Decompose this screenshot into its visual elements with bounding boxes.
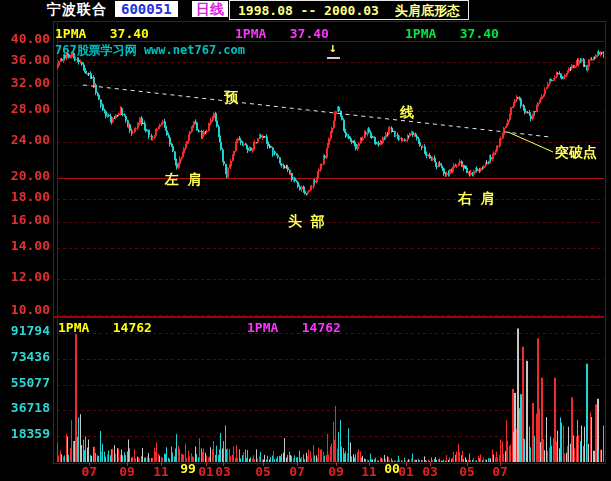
x-axis-tick-0 xyxy=(89,462,90,466)
chart-annotation-2: 左 肩 xyxy=(165,171,201,189)
price-ma-label-1: 1PMA 37.40 xyxy=(235,26,329,41)
price-axis-label-24.00: 24.00 xyxy=(0,132,50,147)
x-axis-tick-1 xyxy=(127,462,128,466)
x-axis-tick-7 xyxy=(297,462,298,466)
x-axis-label-0-07: 07 xyxy=(75,464,103,479)
price-axis-label-20.00: 20.00 xyxy=(0,168,50,183)
x-axis-tick-9 xyxy=(369,462,370,466)
x-axis-tick-14 xyxy=(500,462,501,466)
x-axis-label-6-05: 05 xyxy=(249,464,277,479)
x-axis-label-7-07: 07 xyxy=(283,464,311,479)
x-axis-tick-11 xyxy=(406,462,407,466)
chart-annotation-3: 头 部 xyxy=(288,213,324,231)
range-box: 1998.08 -- 2000.03头肩底形态 xyxy=(229,0,469,20)
chart-annotation-5: 突破点 xyxy=(555,144,597,162)
chart-annotation-0: 预 xyxy=(224,89,238,107)
volume-axis-label-36718: 36718 xyxy=(0,400,50,415)
volume-axis-label-73436: 73436 xyxy=(0,349,50,364)
price-ma-label-0: 1PMA 37.40 xyxy=(55,26,149,41)
volume-ma-label-0: 1PMA 14762 xyxy=(58,320,152,335)
stock-code-badge: 600051 xyxy=(115,1,178,17)
price-axis-label-12.00: 12.00 xyxy=(0,269,50,284)
x-axis-label-12-03: 03 xyxy=(416,464,444,479)
x-axis-label-14-07: 07 xyxy=(486,464,514,479)
candlestick-volume-chart[interactable] xyxy=(54,22,604,462)
chart-annotation-1: 线 xyxy=(400,104,414,122)
x-axis-label-8-09: 09 xyxy=(322,464,350,479)
volume-ma-label-1: 1PMA 14762 xyxy=(247,320,341,335)
price-axis-label-28.00: 28.00 xyxy=(0,101,50,116)
x-axis-tick-4 xyxy=(206,462,207,466)
price-axis-label-14.00: 14.00 xyxy=(0,238,50,253)
price-axis-label-32.00: 32.00 xyxy=(0,75,50,90)
down-arrow-icon: ↓ xyxy=(329,40,337,55)
x-axis-tick-13 xyxy=(467,462,468,466)
price-axis-label-16.00: 16.00 xyxy=(0,212,50,227)
x-axis-tick-5 xyxy=(223,462,224,466)
volume-axis-label-91794: 91794 xyxy=(0,323,50,338)
marker-dash xyxy=(327,57,340,59)
x-axis-tick-6 xyxy=(263,462,264,466)
x-axis-label-5-03: 03 xyxy=(209,464,237,479)
x-axis-label-2-11: 11 xyxy=(147,464,175,479)
chart-annotation-4: 右 肩 xyxy=(458,190,494,208)
volume-axis-label-18359: 18359 xyxy=(0,426,50,441)
price-axis-label-18.00: 18.00 xyxy=(0,189,50,204)
price-axis-label-40.00: 40.00 xyxy=(0,31,50,46)
watermark: 767股票学习网 www.net767.com xyxy=(55,42,245,59)
x-axis-tick-12 xyxy=(430,462,431,466)
x-axis-label-13-05: 05 xyxy=(453,464,481,479)
date-range-label: 1998.08 -- 2000.03 xyxy=(238,3,379,18)
price-axis-label-10.00: 10.00 xyxy=(0,302,50,317)
volume-axis-label-55077: 55077 xyxy=(0,375,50,390)
stock-name: 宁波联合 xyxy=(47,1,107,19)
x-axis-label-1-09: 09 xyxy=(113,464,141,479)
period-badge[interactable]: 日线 xyxy=(192,1,228,17)
app-window: 宁波联合 600051 日线 1998.08 -- 2000.03头肩底形态 7… xyxy=(0,0,611,481)
top-bar: 宁波联合 600051 日线 1998.08 -- 2000.03头肩底形态 xyxy=(0,0,611,20)
x-axis-tick-8 xyxy=(336,462,337,466)
price-ma-label-2: 1PMA 37.40 xyxy=(405,26,499,41)
x-axis-tick-2 xyxy=(161,462,162,466)
price-axis-label-36.00: 36.00 xyxy=(0,52,50,67)
pattern-label: 头肩底形态 xyxy=(395,3,460,18)
